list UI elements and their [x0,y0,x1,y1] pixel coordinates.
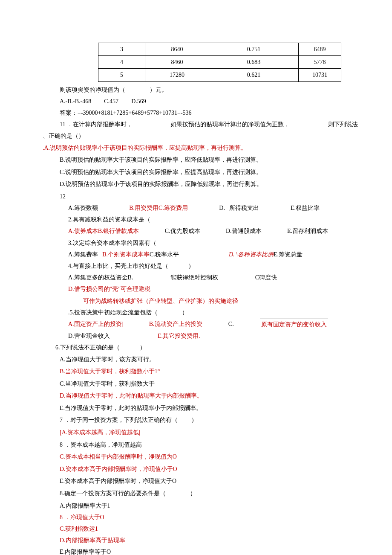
option-c: C.457 [104,96,118,107]
option-c: C.当净现值大于零时，获利指数大于 [43,378,358,390]
question-12-header: 12 [43,191,358,202]
text: 11 ．在计算内部报酬率时， [60,119,133,130]
option-b: B.说明预估的贴现率大于该项目的实际报酬率，应降低贴现率，再进行测算。 [43,154,358,166]
option-a: A.-B.-B.-468 [60,96,91,107]
option-e: E.权益比率 [291,203,320,213]
option-a: A.筹资数额 [68,203,98,213]
data-table: 3 8640 0.751 6489 4 8460 0.683 5778 5 17… [98,43,341,82]
question-5: .5.投资决策中初始现金流量包括（ ） [43,307,358,318]
question-8: 8.确定一个投资方案可行的必要条件是（ ） [43,488,358,500]
cell: 5 [98,69,145,81]
q2-options: A.债券成本B.银行借款成本 C.优先股成本 D.普通股成本 E.留存利润成本 [43,226,341,236]
table-row: 4 8460 0.683 5778 [98,56,341,69]
option-e: 可作为战略转移或扩张（产业转型、产业扩张）的实施途径 [43,296,358,306]
option-d: D.内部报酬率高于贴现率 [43,535,358,546]
option-a: A.固定资产上的投资| [68,319,123,330]
question-stem: 则该项樊资的净现值为（ ）元。 [43,84,358,95]
text: 6.下列说法不正确的是（ [55,344,120,351]
text: ） [140,344,146,351]
option-a: A.当净现值大于零时，该方案可行。 [43,354,358,366]
question-7: 7 ．对于同一投资方案，下列说法正确的有（ ） [43,415,358,426]
cell: 3 [98,43,145,56]
cell: 4 [98,56,145,69]
option-e: E.筹资总量 [274,251,303,258]
answer-text: 答案：=-39000+8181+7285+6489+5778+10731=-53… [43,108,358,118]
option-b: 8 ．净现值大于O [43,512,358,523]
option-c: C.优先股成本 [165,226,200,236]
option-d: D.营业现金收入 [68,331,145,341]
option-a: A.内部报酬率大于1 [43,500,358,511]
option-a: .A.说明预估的贴现率小于该项目的实际报酬率，应提高贴现率，再进行测算。 [43,142,358,154]
cell: 0.621 [209,69,299,81]
option-b-text: 能获得绝对控制权 [170,272,218,283]
q5-options-2: D.营业现金收入 E.其它投资费用. [43,331,358,341]
option-d: D.569 [131,96,146,107]
cell: 8460 [145,56,209,69]
text: 、正确的是（） [43,131,358,141]
option-c: C.资本成本相当于内部报酬率时，净现值为O [43,451,358,463]
text: ） [188,263,194,269]
table-row: 3 8640 0.751 6489 [98,43,341,56]
option-c: C. [228,319,234,330]
question-4: 4.与直接上市比，买壳上市的好处是（ ） [43,261,358,271]
option-e: E.资本成本高于内部报酬率时，净现值大于O [43,476,358,487]
option-d: D. \各种资本比例 [229,251,274,258]
option-c: C碑度快 [255,272,277,283]
option-e: E.其它投资费用. [158,331,200,341]
option-b: B.当净现值大于零时，获利指数小于1° [43,366,358,378]
text: 如果按预估的贴现率计算出的净现值为正数， [170,119,290,130]
q3-options: A.筹集费率 B.个别资本成本率C.税率水平 D. \各种资本比例E.筹资总量 [43,249,315,260]
text: 4.与直接上市比，买壳上市的好处是（ [68,263,168,269]
text: 7 ．对于同一投资方案，下列说法正确的有（ [60,417,178,423]
text: 则该项樊资的净现值为（ [60,87,125,93]
option-d: D. [219,205,225,211]
option-a: A.筹集费率 [68,251,98,258]
cell: 0.683 [209,56,299,69]
option-a: [A.资本成本越高，净现值越低| [43,427,358,439]
option-a: A.筹集更多的权益资金B. [68,272,133,283]
option-c-text: 原有固定资产的变价收入 [260,319,328,330]
text: ） [190,490,196,497]
option-b: B.个别资本成本率 [102,251,150,258]
text: 所得税支出 [229,205,259,211]
option-e: E.内部报酬率等于O [43,546,358,555]
option-c: C.税率水平 [150,251,179,258]
cell: 17280 [145,69,209,81]
question-3: 3.决定综合资本成本率的因素有（ [43,238,358,248]
option-a: A.债券成本 [68,228,98,234]
option-c: C.说明预估的贴现率大于该项目的实际报酬率，应提高贴现率，再进行测算。 [43,167,358,178]
option-d: D.普通股成本 [226,226,262,236]
cell: 6489 [299,43,341,56]
question-2: 2.具有减税利益的资本成本是（ [43,214,358,225]
q1-options: A.筹资数额 B.用资费用C.筹资费用 D. 所得税支出 E.权益比率 [43,203,332,213]
cell: 8640 [145,43,209,56]
option-b: B.用资费用 [129,205,159,211]
option-e: E.留存利润成本 [287,226,328,236]
question-6: 6.下列说法不正确的是（ ） [43,342,358,353]
option-d: D.当净现值大于零时，此时的贴现率大于内部报酬率。 [43,390,358,402]
text: ） [191,417,197,423]
option-d: D.借亏损公司的"壳"可合理避税 [43,284,358,294]
q5-options: A.固定资产上的投资| B.流动资产上的投资 C. 原有固定资产的变价收入 [43,319,341,330]
cell: 5778 [299,56,341,69]
option-b: B.流动资产上的投资 [149,319,202,330]
text: 则下列说法 [328,119,358,130]
text: 8.确定一个投资方案可行的必要条件是（ [60,490,166,497]
option-d: D.资本成本高于内部报酬率时，净现值小于O [43,464,358,475]
option-d: D.说明预估的贴现率小于该项目的实际报酬率，应降低贴现率，再进行测算。 [43,179,358,190]
q4-options: A.筹集更多的权益资金B. 能获得绝对控制权 C碑度快 [43,272,290,283]
text: ）元。 [150,87,167,93]
text: .5.投资决策中初始现金流量包括（ [68,309,158,316]
table-row: 5 17280 0.621 10731 [98,69,341,81]
cell: 0.751 [209,43,299,56]
option-b: 8 ．资本成本越高，净现值越高 [43,439,358,451]
option-e: E.当净现值大于零时，此时的贴现率小于内部报酬率。 [43,403,358,414]
option-c: C.获利指数运1 [43,523,358,534]
cell: 10731 [299,69,341,81]
question-11: 11 ．在计算内部报酬率时， 如果按预估的贴现率计算出的净现值为正数， 则下列说… [43,119,358,130]
option-c: C.筹资费用 [159,205,188,211]
option-b: B.银行借款成本 [98,228,139,234]
text: ） [182,309,188,316]
option-row: A.-B.-B.-468 C.457 D.569 [43,96,358,107]
